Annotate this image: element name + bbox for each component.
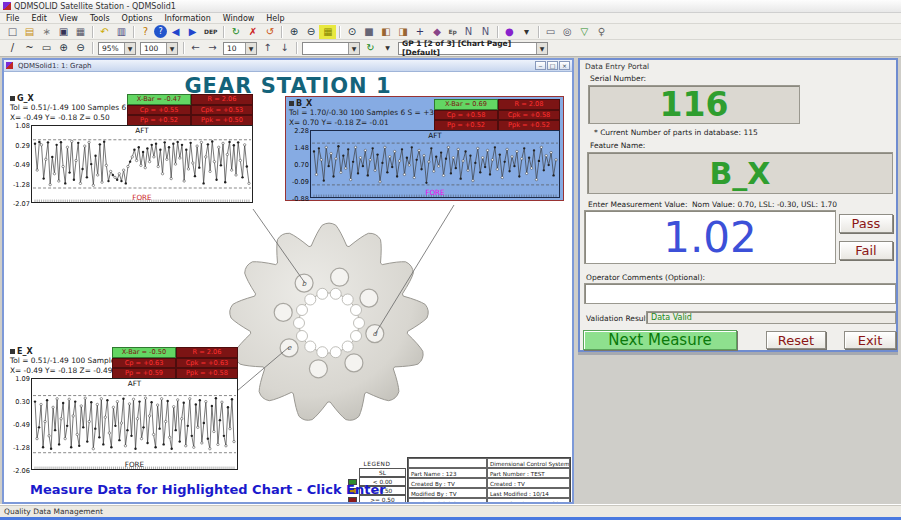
- chart-gx[interactable]: G_X Tol = 0.51/-1.49 100 Samples 6 S = +…: [10, 94, 253, 203]
- menu-options[interactable]: Options: [116, 14, 159, 23]
- stat-pp: Pp = +0.59: [112, 368, 176, 379]
- down-arrow-icon[interactable]: ↓: [276, 41, 293, 55]
- feature-name-display[interactable]: B_X: [587, 152, 893, 194]
- fore-label: FORE: [32, 460, 237, 469]
- next-arrow-icon[interactable]: →: [204, 41, 221, 55]
- menu-window[interactable]: Window: [217, 14, 261, 23]
- fp-label-icon[interactable]: Ep: [445, 25, 459, 39]
- up-arrow-icon[interactable]: ↑: [259, 41, 276, 55]
- y-tick: -0.09: [292, 178, 309, 186]
- color-blob-icon[interactable]: ●: [501, 25, 518, 39]
- about-icon[interactable]: ?: [154, 25, 167, 38]
- menu-information[interactable]: Information: [158, 14, 216, 23]
- line-tool-icon[interactable]: /: [4, 41, 21, 55]
- minimize-button[interactable]: ‒: [535, 61, 546, 70]
- print-icon[interactable]: ▦: [72, 25, 89, 39]
- serial-number-display[interactable]: 116: [588, 85, 800, 124]
- exit-button[interactable]: Exit: [844, 331, 896, 349]
- close-button[interactable]: ×: [559, 61, 570, 70]
- graph-page-combo[interactable]: GP 1 [2 of 3] [Chart Page] [Default]▼: [398, 42, 548, 55]
- copy-view-icon[interactable]: ◧: [377, 25, 394, 39]
- serial-number-label: Serial Number:: [590, 74, 646, 83]
- center-icon[interactable]: +: [411, 25, 428, 39]
- menu-help[interactable]: Help: [260, 14, 290, 23]
- zoom-in-icon[interactable]: ⊕: [285, 25, 302, 39]
- fail-button[interactable]: Fail: [839, 241, 893, 260]
- measurement-input[interactable]: 1.02: [584, 210, 836, 264]
- copy-page-icon[interactable]: ▥: [113, 25, 130, 39]
- n2-label-icon[interactable]: N: [477, 25, 494, 39]
- n1-label-icon[interactable]: N: [460, 25, 477, 39]
- rect-tool-icon[interactable]: ▭: [38, 41, 55, 55]
- refresh-orange-icon[interactable]: ↺: [261, 25, 278, 39]
- refresh-green-icon[interactable]: ↻: [227, 25, 244, 39]
- stat-boxes: X-Bar = -0.50R = 2.06Cp = +0.63Cpk = +0.…: [112, 347, 238, 379]
- comments-input[interactable]: [584, 283, 896, 304]
- toolbar-secondary: /~▭⊕⊖ 95%▼ 100▼ ← → 10▼ ↑ ↓ ▼ ↻ ▼ GP 1 […: [0, 40, 901, 57]
- grip-icon: [289, 101, 294, 106]
- cancel-red-icon[interactable]: ✗: [244, 25, 261, 39]
- blob-caret-icon[interactable]: ▾: [518, 25, 535, 39]
- stat-boxes: X-Bar = -0.47R = 2.06Cp = +0.55Cpk = +0.…: [127, 94, 253, 126]
- window-view-icon[interactable]: ▭: [542, 25, 559, 39]
- menu-file[interactable]: File: [0, 14, 25, 23]
- y-tick: 0.30: [15, 398, 30, 406]
- stat-cpk: Cpk = +0.58: [498, 110, 560, 121]
- undo-icon[interactable]: ↶: [96, 25, 113, 39]
- paste-view-icon[interactable]: ◨: [394, 25, 411, 39]
- find-icon[interactable]: ⊙: [343, 25, 360, 39]
- chevron-down-icon[interactable]: ▼: [536, 43, 547, 54]
- chevron-down-icon[interactable]: ▼: [124, 43, 135, 54]
- dep-icon[interactable]: DEP: [201, 25, 220, 39]
- step-combo[interactable]: 10▼: [223, 42, 257, 55]
- zoom-out-2-icon[interactable]: ⊖: [72, 41, 89, 55]
- chevron-down-icon[interactable]: ▼: [379, 41, 396, 55]
- help-icon[interactable]: ?: [137, 25, 154, 39]
- menu-tools[interactable]: Tools: [84, 14, 116, 23]
- stat-x-bar: X-Bar = -0.47: [127, 94, 191, 105]
- back-icon[interactable]: ◀: [167, 25, 184, 39]
- scale-combo[interactable]: 100▼: [140, 42, 178, 55]
- fore-label: FORE: [32, 193, 252, 202]
- stat-r: R = 2.06: [176, 347, 238, 358]
- menu-edit[interactable]: Edit: [25, 14, 53, 23]
- pass-button[interactable]: Pass: [839, 214, 893, 233]
- zoom-fit-icon[interactable]: ▦: [319, 25, 336, 39]
- curve-tool-icon[interactable]: ~: [21, 41, 38, 55]
- graph-canvas: GEAR STATION 1 dbe G_X Tol = 0.51/-1.49 …: [4, 72, 572, 502]
- chevron-down-icon[interactable]: ▼: [166, 43, 177, 54]
- move-icon[interactable]: ◆: [428, 25, 445, 39]
- chart-bx-highlighted[interactable]: B_X Tol = 1.70/-0.30 100 Samples 6 S = +…: [285, 96, 564, 201]
- open-folder-icon[interactable]: ▤: [21, 25, 38, 39]
- graph-window-title-bar[interactable]: QDMSolid1: 1: Graph ‒ □ ×: [4, 60, 572, 72]
- chevron-down-icon[interactable]: ▼: [245, 43, 256, 54]
- app-title: QDMSOLID Satellite Station - QDMSolid1: [14, 2, 176, 11]
- save-icon[interactable]: ▣: [55, 25, 72, 39]
- stat-cpk: Cpk = +0.53: [191, 105, 253, 116]
- zoom-in-2-icon[interactable]: ⊕: [55, 41, 72, 55]
- chart-name: B_X: [296, 99, 312, 108]
- reset-button[interactable]: Reset: [766, 331, 826, 349]
- tools-wand-icon[interactable]: ∗: [38, 25, 55, 39]
- menu-view[interactable]: View: [53, 14, 84, 23]
- zoom-level-combo[interactable]: 95%▼: [98, 42, 136, 55]
- refresh-mini-icon[interactable]: ↻: [362, 41, 379, 55]
- filter-icon[interactable]: ▽: [576, 25, 593, 39]
- chevron-down-icon[interactable]: ▼: [348, 43, 359, 54]
- next-measure-button[interactable]: Next Measure: [583, 330, 737, 350]
- empty-combo[interactable]: ▼: [302, 42, 360, 55]
- forward-icon[interactable]: ▶: [184, 25, 201, 39]
- stat-boxes: X-Bar = 0.69R = 2.08Cp = +0.58Cpk = +0.5…: [434, 99, 560, 131]
- status-text: Quality Data Management: [4, 507, 103, 516]
- prev-arrow-icon[interactable]: ←: [187, 41, 204, 55]
- binoculars-icon[interactable]: ◎: [559, 25, 576, 39]
- chart-ex[interactable]: E_X Tol = 0.51/-1.49 100 Samples 6 S = +…: [10, 347, 238, 470]
- y-tick: -0.49: [13, 161, 30, 169]
- pin-icon[interactable]: ♀: [593, 25, 610, 39]
- validation-result-value: Data Valid: [646, 311, 896, 324]
- new-file-icon[interactable]: □: [4, 25, 21, 39]
- separator: [497, 26, 498, 38]
- zoom-out-icon[interactable]: ⊖: [302, 25, 319, 39]
- restore-button[interactable]: □: [547, 61, 558, 70]
- screen-icon[interactable]: ■: [360, 25, 377, 39]
